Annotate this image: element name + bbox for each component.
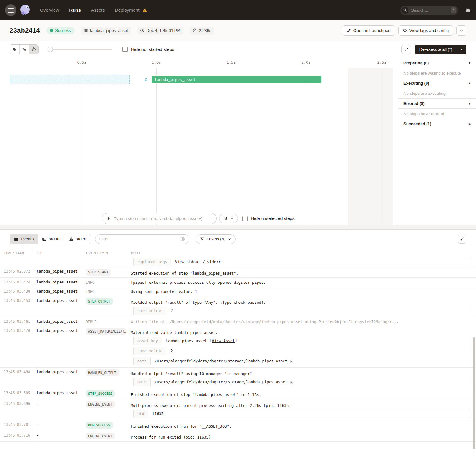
metadata-row: pid11635 — [133, 410, 470, 418]
view-mode-flat-icon[interactable] — [10, 45, 19, 54]
nav-item-deployment[interactable]: Deployment — [115, 8, 147, 13]
tab-events[interactable]: Events — [10, 234, 38, 244]
hide-unselected-checkbox[interactable] — [242, 216, 248, 221]
metadata-row: some_metric2 — [133, 307, 470, 315]
metadata-path-link[interactable]: /Users/alangenfeld/data/dagster/storage/… — [154, 380, 287, 384]
tab-stdout[interactable]: stdout — [38, 234, 65, 244]
event-row: 13:45:03.498lambda_pipes_assetHANDLED_OU… — [0, 368, 476, 388]
caret-down-icon: ▼ — [468, 62, 471, 65]
metadata-key: captured_logs — [134, 258, 171, 266]
hamburger-menu-button[interactable] — [5, 4, 16, 16]
panel-section-executing[interactable]: Executing (0)▼ — [398, 78, 476, 88]
panel-section-errored[interactable]: Errored (0)▼ — [398, 99, 476, 109]
axis-tick-label: 1.0s — [152, 60, 161, 65]
event-op: - — [33, 399, 82, 420]
copy-icon[interactable] — [290, 380, 294, 384]
metadata-key: asset_key — [134, 337, 162, 345]
event-info-text: Started execution of step "lambda_pipes_… — [131, 269, 470, 276]
open-in-launchpad-button[interactable]: Open in Launchpad — [342, 25, 395, 36]
clear-filter-icon[interactable] — [180, 237, 185, 241]
nav-item-assets[interactable]: Assets — [91, 8, 105, 13]
view-mode-timed-icon[interactable] — [29, 45, 38, 54]
graph-options-button[interactable] — [219, 214, 238, 223]
event-timestamp: 13:45:03.424 — [0, 278, 33, 287]
run-actions-caret-button[interactable] — [456, 25, 466, 36]
run-tag[interactable]: lambda_pipes_asset — [81, 27, 131, 35]
run-tag[interactable]: Dec 4, 1:45:01 PM — [137, 27, 184, 35]
dagster-logo-icon[interactable] — [18, 3, 32, 17]
event-info-text: Yielded output "result" of type "Any". (… — [131, 298, 470, 305]
metadata-value: 11635 — [148, 410, 167, 418]
event-info: Handled output "result" using IO manager… — [128, 368, 476, 388]
panel-section-title: Preparing (0) — [403, 61, 429, 65]
caret-up-icon — [231, 217, 234, 220]
metadata-value-text: View stdout / stderr — [175, 260, 221, 264]
events-scrollbar[interactable] — [473, 337, 475, 449]
event-type: RUN_SUCCESS — [82, 420, 128, 431]
copy-icon[interactable] — [290, 359, 294, 363]
event-type-badge: ENGINE_EVENT — [86, 401, 115, 408]
nav-item-overview[interactable]: Overview — [40, 8, 59, 13]
nav-item-runs[interactable]: Runs — [69, 8, 81, 13]
levels-filter-dropdown[interactable]: Levels (6) — [196, 234, 236, 244]
column-header-timestamp: TIMESTAMP — [0, 248, 33, 257]
gantt-viewport: 0.5s1.0s1.5s2.0s2.5s lambda_pipes_asset — [0, 58, 393, 225]
event-type: STEP_OUTPUT — [82, 296, 128, 317]
event-info: Finished execution of run for "__ASSET_J… — [128, 420, 476, 431]
metadata-value-text: 2 — [170, 349, 173, 353]
filter-text-input[interactable] — [99, 237, 180, 241]
hide-not-started-checkbox[interactable] — [122, 47, 128, 52]
search-input[interactable]: Search... / — [400, 6, 458, 15]
axis-tick-label: 2.5s — [377, 60, 387, 65]
events-table-body: captured_logsView stdout / stderr13:45:0… — [0, 257, 476, 449]
tab-label: stdout — [49, 237, 61, 241]
step-subset-text-input[interactable] — [114, 216, 212, 221]
events-table-header: TIMESTAMPOPEVENT TYPEINFO — [0, 248, 476, 257]
event-info: [pipes] external process successfully op… — [128, 278, 476, 287]
panel-section-succeeded[interactable]: Succeeded (1)▶ — [398, 119, 476, 129]
axis-tick-label: 0.5s — [77, 60, 87, 65]
metadata-row: captured_logsView stdout / stderr — [133, 258, 470, 266]
funnel-icon — [200, 237, 204, 241]
gantt-step-bar[interactable]: lambda_pipes_asset — [152, 76, 321, 83]
event-timestamp: 13:45:03.716 — [0, 431, 33, 441]
table-icon — [14, 237, 18, 241]
gantt-fullscreen-button[interactable] — [401, 45, 411, 54]
event-row: 13:45:03.424lambda_pipes_assetINFO[pipes… — [0, 278, 476, 287]
tab-stderr[interactable]: stderr — [65, 234, 91, 244]
step-subset-input[interactable] — [102, 213, 217, 224]
reexecute-caret[interactable] — [457, 45, 466, 54]
view-mode-waterfall-icon[interactable] — [19, 45, 29, 54]
event-row: 13:45:02.372lambda_pipes_assetSTEP_START… — [0, 267, 476, 278]
reexecute-all-button[interactable]: Re-execute all (*) — [415, 45, 466, 54]
settings-gear-icon[interactable] — [465, 7, 471, 13]
slider-thumb[interactable] — [48, 47, 53, 52]
axis-gridline — [82, 68, 82, 225]
metadata-key: some_metric — [134, 347, 166, 355]
panel-resize-divider[interactable] — [0, 225, 476, 230]
events-fullscreen-button[interactable] — [458, 235, 466, 244]
event-op: lambda_pipes_asset — [33, 287, 82, 296]
dagster-run-page: OverviewRunsAssetsDeployment Search... /… — [0, 0, 476, 449]
panel-section-title: Executing (0) — [403, 81, 429, 86]
event-info: Using some_parameter value: 1 — [128, 287, 476, 296]
panel-section-preparing[interactable]: Preparing (0)▼ — [398, 58, 476, 68]
metadata-value-text: 11635 — [152, 412, 164, 416]
event-row: 13:45:03.461lambda_pipes_assetDEBUGWriti… — [0, 317, 476, 326]
run-tag[interactable]: 2.286s — [190, 27, 214, 35]
view-tags-config-button[interactable]: View tags and config — [398, 25, 453, 36]
event-op — [33, 257, 82, 267]
metadata-path-link[interactable]: /Users/alangenfeld/data/dagster/storage/… — [154, 359, 287, 363]
event-info: Process for run exited (pid: 11635). — [128, 431, 476, 441]
pencil-icon — [347, 28, 351, 33]
metadata-value: 2 — [166, 307, 176, 315]
column-header-info: INFO — [128, 248, 476, 257]
filter-input[interactable] — [95, 234, 189, 244]
gantt-zoom-slider[interactable] — [48, 47, 112, 52]
view-asset-link[interactable]: View Asset — [212, 339, 235, 343]
filler-cell — [0, 442, 33, 449]
event-op: lambda_pipes_asset — [33, 317, 82, 326]
metadata-row: path/Users/alangenfeld/data/dagster/stor… — [133, 378, 470, 386]
axis-gridline — [156, 68, 157, 225]
filler-cell — [82, 442, 128, 449]
